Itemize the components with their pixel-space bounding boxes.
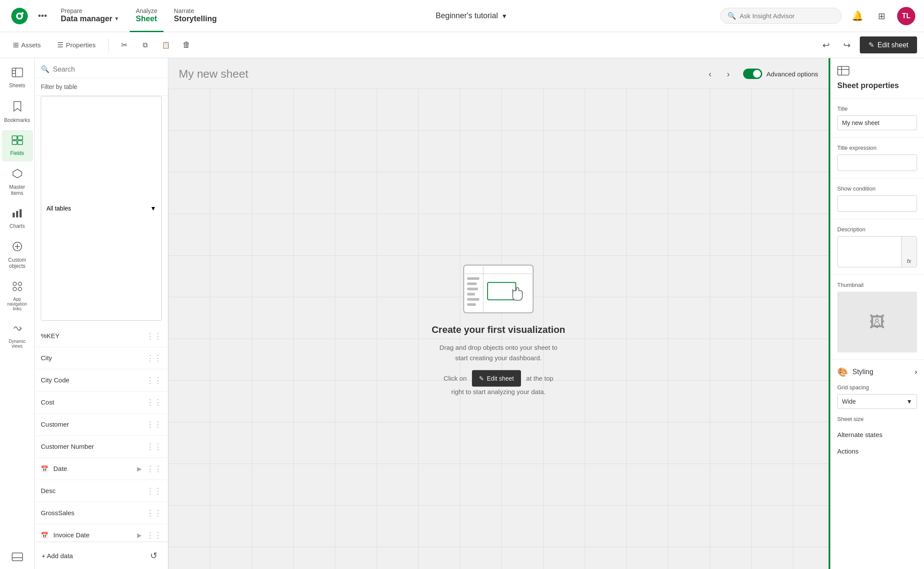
description-section: Description fx [830, 219, 924, 275]
main-canvas: My new sheet ‹ › Advanced options [168, 58, 829, 569]
bookmarks-icon [13, 101, 22, 115]
svg-rect-8 [12, 136, 17, 140]
prev-sheet-button[interactable]: ‹ [702, 66, 718, 82]
thumbnail-box[interactable]: 🖼 [837, 292, 917, 352]
left-icon-panel: Sheets Bookmarks Fields [0, 58, 35, 569]
nav-narrate[interactable]: Narrate Storytelling [168, 0, 223, 32]
notifications-button[interactable]: 🔔 [849, 7, 866, 25]
sidebar-item-dynamic-views[interactable]: Dynamic views [2, 318, 33, 354]
title-expression-input-row: fx [837, 155, 917, 171]
properties-tab-icon: ☰ [57, 41, 63, 49]
main-layout: Sheets Bookmarks Fields [0, 58, 924, 569]
app-nav-label: App navigation links [4, 297, 30, 311]
analyze-label: Analyze [136, 7, 157, 14]
list-item[interactable]: Customer ⋮⋮ [35, 414, 168, 436]
grid-spacing-label: Grid spacing [837, 384, 917, 391]
next-sheet-button[interactable]: › [721, 66, 736, 82]
search-bar[interactable]: 🔍 [720, 8, 842, 24]
title-input[interactable] [837, 115, 917, 130]
right-panel: Sheet properties Title Title expression … [829, 58, 924, 569]
advanced-options-toggle[interactable] [743, 69, 762, 79]
sidebar-item-sheets[interactable]: Sheets [2, 62, 33, 94]
styling-row[interactable]: 🎨 Styling › [830, 360, 924, 384]
thumbnail-label: Thumbnail [837, 282, 917, 288]
description-label: Description [837, 226, 917, 233]
advanced-options: Advanced options [743, 69, 818, 79]
field-name: Customer [41, 421, 143, 428]
sidebar-item-custom-objects[interactable]: Custom objects [2, 236, 33, 274]
charts-label: Charts [10, 223, 25, 229]
nav-analyze[interactable]: Analyze Sheet [130, 0, 164, 32]
grid-canvas: Create your first visualization Drag and… [168, 89, 829, 569]
app-title-text: Beginner's tutorial [436, 11, 498, 20]
edit-sheet-button[interactable]: ✎ Edit sheet [860, 36, 917, 53]
desc-line1: Drag and drop objects onto your sheet to [439, 343, 557, 351]
nav-prepare[interactable]: Prepare Data manager ▼ [55, 0, 125, 32]
actions-row: Actions [830, 443, 924, 460]
prepare-dropdown-icon: ▼ [114, 16, 119, 22]
refresh-button[interactable]: ↺ [146, 548, 161, 563]
cut-button[interactable]: ✂ [116, 37, 132, 53]
assets-tab-label: Assets [21, 41, 41, 49]
description-fx-button[interactable]: fx [901, 237, 917, 267]
user-avatar[interactable]: TL [897, 7, 915, 25]
app-title-button[interactable]: Beginner's tutorial ▼ [429, 8, 513, 24]
sidebar-item-app-nav[interactable]: App navigation links [2, 276, 33, 316]
list-item[interactable]: GrossSales ⋮⋮ [35, 502, 168, 524]
title-expression-input[interactable] [838, 156, 917, 170]
sheets-label: Sheets [9, 82, 25, 89]
secondary-toolbar: ⊞ Assets ☰ Properties ✂ ⧉ 📋 🗑 ↩ ↪ ✎ Edit… [0, 32, 924, 58]
assets-search-input[interactable] [53, 66, 162, 73]
undo-icon: ↩ [822, 40, 830, 50]
alternate-states-row: Alternate states [830, 427, 924, 443]
show-condition-input[interactable] [838, 197, 917, 210]
assets-tab[interactable]: ⊞ Assets [7, 37, 47, 53]
svg-rect-4 [12, 68, 23, 77]
list-item[interactable]: City ⋮⋮ [35, 347, 168, 369]
paste-button[interactable]: 📋 [157, 37, 174, 53]
sheet-size-section: Sheet size [830, 416, 924, 427]
qlik-logo[interactable] [9, 5, 30, 27]
properties-tab-label: Properties [66, 41, 95, 49]
search-input[interactable] [740, 12, 834, 20]
sidebar-item-master-items[interactable]: Master items [2, 163, 33, 201]
custom-objects-icon [12, 241, 23, 254]
svg-point-19 [13, 282, 16, 286]
title-label: Title [837, 105, 917, 112]
sidebar-item-bottom[interactable] [2, 546, 33, 569]
list-item[interactable]: 📅 Date ▶ ⋮⋮ [35, 458, 168, 480]
properties-tab[interactable]: ☰ Properties [51, 37, 102, 53]
inline-edit-sheet-button[interactable]: ✎ Edit sheet [472, 370, 521, 386]
sidebar-item-charts[interactable]: Charts [2, 203, 33, 234]
master-items-icon [12, 168, 23, 181]
filter-select[interactable]: All tables ▼ [41, 96, 162, 321]
custom-objects-label: Custom objects [4, 257, 30, 269]
narrate-label: Narrate [174, 7, 194, 14]
grid-icon: ⊞ [878, 11, 885, 21]
sidebar-item-fields[interactable]: Fields [2, 130, 33, 161]
dynamic-views-icon [12, 323, 23, 336]
prev-icon: ‹ [708, 69, 711, 79]
svg-rect-9 [18, 136, 23, 140]
top-navigation: ••• Prepare Data manager ▼ Analyze Sheet… [0, 0, 924, 32]
list-item[interactable]: Customer Number ⋮⋮ [35, 436, 168, 458]
list-item[interactable]: Desc ⋮⋮ [35, 480, 168, 502]
field-name: GrossSales [41, 509, 143, 516]
list-item[interactable]: 📅 Invoice Date ▶ ⋮⋮ [35, 524, 168, 542]
copy-button[interactable]: ⧉ [137, 37, 153, 53]
list-item[interactable]: Cost ⋮⋮ [35, 391, 168, 414]
actions-label: Actions [837, 447, 858, 455]
delete-button[interactable]: 🗑 [178, 37, 195, 53]
description-textarea[interactable] [838, 237, 901, 267]
redo-button[interactable]: ↪ [839, 37, 855, 53]
apps-grid-button[interactable]: ⊞ [873, 7, 890, 25]
svg-rect-33 [467, 303, 476, 306]
list-item[interactable]: City Code ⋮⋮ [35, 369, 168, 391]
list-item[interactable]: %KEY ⋮⋮ [35, 325, 168, 347]
grid-spacing-select[interactable]: Wide ▼ [837, 394, 917, 409]
sidebar-item-bookmarks[interactable]: Bookmarks [2, 95, 33, 128]
more-options-button[interactable]: ••• [35, 8, 50, 24]
add-data-button[interactable]: + Add data [42, 552, 73, 559]
undo-button[interactable]: ↩ [818, 37, 835, 53]
bell-icon: 🔔 [852, 10, 863, 22]
